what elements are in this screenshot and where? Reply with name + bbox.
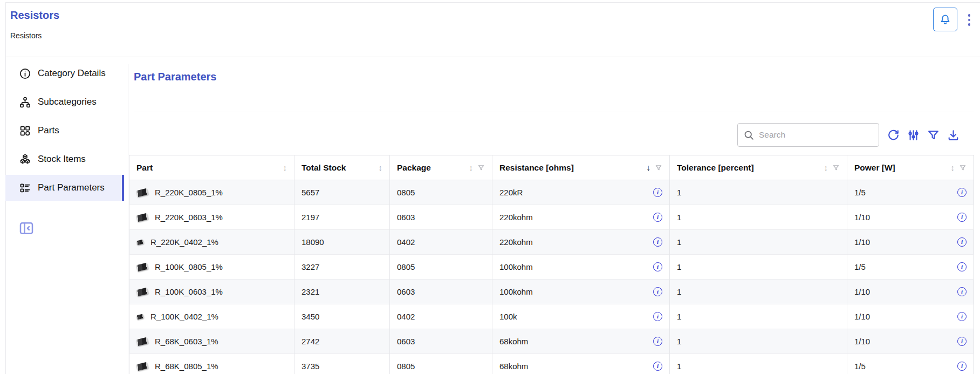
part-name: R_68K_0805_1% <box>155 362 218 371</box>
page-title: Resistors <box>10 9 59 22</box>
column-header-tolerance[interactable]: Tolerance [percent] ↕ <box>670 155 847 180</box>
sidebar-item-part-parameters[interactable]: Part Parameters <box>5 175 124 201</box>
resistance-value: 100kohm <box>499 262 533 271</box>
column-header-part[interactable]: Part ↕ <box>129 155 294 180</box>
info-icon[interactable]: i <box>957 362 967 371</box>
package-value: 0402 <box>390 230 492 255</box>
table-row[interactable]: R_220K_0603_1% 2197 0603 220kohmi 1 1/10… <box>129 205 974 230</box>
cubes-icon <box>19 153 31 166</box>
total-stock-value: 18090 <box>294 230 390 255</box>
tolerance-value: 1 <box>670 280 847 304</box>
column-header-resistance[interactable]: Resistance [ohms] ↓ <box>492 155 670 180</box>
sidebar-item-category-details[interactable]: Category Details <box>5 60 124 86</box>
tolerance-value: 1 <box>670 230 847 255</box>
resistance-value: 68kohm <box>499 362 528 371</box>
sort-icon[interactable]: ↕ <box>379 163 383 172</box>
power-value: 1/5 <box>854 362 866 371</box>
info-circle-icon <box>19 67 31 80</box>
info-icon[interactable]: i <box>957 312 967 321</box>
power-value: 1/10 <box>854 213 870 222</box>
tolerance-value: 1 <box>670 304 847 329</box>
info-icon[interactable]: i <box>957 213 967 222</box>
sidebar-item-label: Subcategories <box>38 97 97 107</box>
info-icon[interactable]: i <box>653 287 662 296</box>
info-icon[interactable]: i <box>653 262 662 271</box>
total-stock-value: 3735 <box>294 354 390 374</box>
part-name: R_100K_0603_1% <box>155 287 223 296</box>
tolerance-value: 1 <box>670 205 847 230</box>
info-icon[interactable]: i <box>653 337 662 346</box>
header-divider <box>5 57 980 57</box>
sort-desc-icon[interactable]: ↓ <box>646 163 650 173</box>
breadcrumb[interactable]: Resistors <box>10 31 42 40</box>
info-icon[interactable]: i <box>957 337 967 346</box>
refresh-button[interactable] <box>886 128 900 142</box>
package-value: 0805 <box>390 354 492 374</box>
part-thumbnail <box>136 337 148 346</box>
column-filter-icon[interactable] <box>655 164 662 172</box>
tolerance-value: 1 <box>670 354 847 374</box>
info-icon[interactable]: i <box>653 237 662 247</box>
info-icon[interactable]: i <box>653 362 662 371</box>
filter-button[interactable] <box>926 128 940 142</box>
column-filter-icon[interactable] <box>959 164 967 172</box>
part-thumbnail <box>136 262 148 271</box>
sort-icon[interactable]: ↕ <box>469 163 474 172</box>
info-icon[interactable]: i <box>957 287 967 296</box>
sort-icon[interactable]: ↕ <box>951 163 955 172</box>
sort-icon[interactable]: ↕ <box>283 163 287 172</box>
sidebar-item-subcategories[interactable]: Subcategories <box>5 89 124 115</box>
bell-icon <box>938 13 952 26</box>
tolerance-value: 1 <box>670 180 847 205</box>
column-header-power[interactable]: Power [W] ↕ <box>847 155 974 180</box>
column-filter-icon[interactable] <box>832 164 840 172</box>
info-icon[interactable]: i <box>957 188 967 197</box>
part-thumbnail <box>136 287 148 296</box>
table-row[interactable]: R_220K_0402_1% 18090 0402 220kohmi 1 1/1… <box>129 230 974 255</box>
sidebar-item-parts[interactable]: Parts <box>5 118 124 144</box>
table-row[interactable]: R_100K_0402_1% 3450 0402 100ki 1 1/10i <box>129 304 974 329</box>
part-thumbnail <box>136 362 148 371</box>
adjustments-button[interactable] <box>906 128 920 142</box>
sidebar-collapse-button[interactable] <box>18 220 35 236</box>
part-parameters-table: Part ↕ Total Stock ↕ Package ↕ <box>129 155 974 374</box>
notifications-button[interactable] <box>933 8 957 31</box>
sidebar-item-stock-items[interactable]: Stock Items <box>5 146 124 172</box>
power-value: 1/10 <box>854 337 870 346</box>
search-input[interactable] <box>759 130 873 140</box>
sort-icon[interactable]: ↕ <box>824 163 828 172</box>
table-row[interactable]: R_100K_0805_1% 3227 0805 100kohmi 1 1/5i <box>129 255 974 280</box>
column-header-total-stock[interactable]: Total Stock ↕ <box>294 155 390 180</box>
info-icon[interactable]: i <box>653 188 662 197</box>
sidebar: Category Details Subcategories Parts <box>5 60 128 203</box>
total-stock-value: 3227 <box>294 255 390 280</box>
power-value: 1/10 <box>854 312 870 321</box>
table-row[interactable]: R_220K_0805_1% 5657 0805 220kRi 1 1/5i <box>129 180 974 205</box>
resistance-value: 68kohm <box>499 337 528 346</box>
sidebar-collapse-icon <box>18 220 35 236</box>
power-value: 1/10 <box>854 237 870 247</box>
table-row[interactable]: R_68K_0603_1% 2742 0603 68kohmi 1 1/10i <box>129 329 974 354</box>
table-row[interactable]: R_100K_0603_1% 2321 0603 100kohmi 1 1/10… <box>129 280 974 304</box>
info-icon[interactable]: i <box>957 237 967 247</box>
info-icon[interactable]: i <box>957 262 967 271</box>
info-icon[interactable]: i <box>653 312 662 321</box>
section-divider <box>134 112 974 112</box>
part-name: R_100K_0402_1% <box>150 312 218 321</box>
table-row[interactable]: R_68K_0805_1% 3735 0805 68kohmi 1 1/5i <box>129 354 974 374</box>
column-filter-icon[interactable] <box>477 164 485 172</box>
kebab-menu-button[interactable] <box>963 10 975 30</box>
filter-icon <box>927 128 940 142</box>
info-icon[interactable]: i <box>653 213 662 222</box>
resistance-value: 220kohm <box>499 213 533 222</box>
download-button[interactable] <box>946 128 960 142</box>
list-details-icon <box>19 182 31 194</box>
resistance-value: 220kR <box>499 188 523 197</box>
search-box[interactable] <box>737 123 879 147</box>
part-name: R_68K_0603_1% <box>155 337 218 346</box>
column-header-package[interactable]: Package ↕ <box>390 155 492 180</box>
download-icon <box>947 128 960 142</box>
table-header-row: Part ↕ Total Stock ↕ Package ↕ <box>129 155 974 180</box>
tolerance-value: 1 <box>670 329 847 354</box>
page-frame-top-border <box>5 2 980 3</box>
